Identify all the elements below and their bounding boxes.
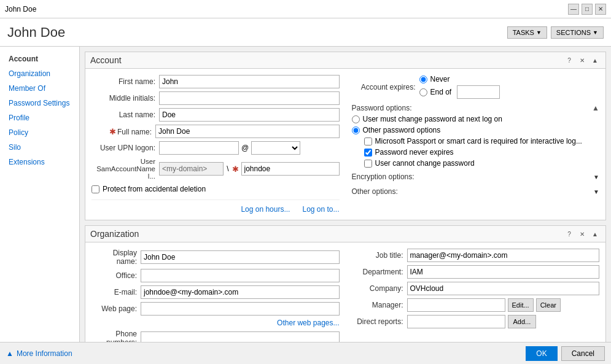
passport-checkbox[interactable]	[364, 137, 372, 145]
department-input[interactable]	[407, 265, 600, 279]
org-form-grid: Display name: Office: E-mail: Web p	[91, 249, 599, 342]
office-input[interactable]	[141, 269, 340, 282]
job-title-label: Job title:	[352, 251, 407, 260]
org-section-controls: ? ✕ ▲	[564, 228, 601, 239]
other-options-arrow: ▼	[593, 188, 599, 195]
more-info-button[interactable]: ▲ More Information	[6, 349, 72, 358]
content-area: Account ? ✕ ▲ First name:	[80, 47, 611, 342]
manager-row: Manager: Edit... Clear	[352, 298, 600, 312]
direct-reports-controls: Add...	[407, 315, 537, 328]
account-expires-row: Account expires: Never End of	[352, 75, 600, 99]
never-expires-checkbox[interactable]	[364, 149, 372, 157]
other-options-row[interactable]: Other options: ▼	[352, 186, 600, 197]
footer: ▲ More Information OK Cancel	[0, 342, 611, 364]
sections-button[interactable]: SECTIONS ▼	[551, 26, 604, 39]
direct-reports-input[interactable]	[407, 315, 505, 328]
phone-numbers-input[interactable]	[141, 331, 340, 342]
cancel-button[interactable]: Cancel	[561, 346, 605, 361]
account-left-col: First name: Middle initials: Last name:	[91, 75, 340, 214]
department-label: Department:	[352, 268, 407, 276]
other-options-label: Other options:	[352, 187, 398, 196]
sam-domain-input	[159, 162, 224, 176]
account-help-button[interactable]: ?	[564, 55, 575, 66]
more-info-arrow: ▲	[6, 349, 14, 358]
upn-username-input[interactable]	[159, 141, 239, 155]
email-input[interactable]	[141, 285, 340, 299]
account-close-button[interactable]: ✕	[577, 55, 588, 66]
full-name-input[interactable]	[155, 125, 340, 138]
log-on-to-link[interactable]: Log on to...	[302, 205, 339, 214]
first-name-input[interactable]	[159, 75, 340, 88]
account-expires-label: Account expires:	[352, 83, 419, 91]
end-date-input[interactable]	[457, 85, 500, 99]
direct-reports-add-button[interactable]: Add...	[508, 315, 537, 328]
upn-domain-select[interactable]	[251, 141, 300, 155]
other-pw-options-radio[interactable]	[352, 126, 360, 134]
sidebar-item-extensions[interactable]: Extensions	[0, 155, 79, 169]
account-collapse-button[interactable]: ▲	[590, 55, 601, 66]
sidebar-item-profile[interactable]: Profile	[0, 110, 79, 125]
other-pw-options-row: Other password options	[352, 126, 600, 134]
org-close-button[interactable]: ✕	[577, 228, 588, 239]
manager-edit-button[interactable]: Edit...	[508, 298, 534, 312]
full-name-required-star: ✱	[109, 127, 116, 136]
maximize-button[interactable]: □	[582, 4, 593, 15]
never-radio[interactable]	[419, 76, 427, 83]
upn-row: User UPN logon: @	[91, 141, 340, 155]
must-change-pw-row: User must change password at next log on	[352, 115, 600, 123]
log-on-hours-link[interactable]: Log on hours...	[241, 205, 290, 214]
display-name-input[interactable]	[141, 250, 340, 264]
web-page-input[interactable]	[141, 302, 340, 316]
sam-controls: \ ✱	[159, 162, 340, 176]
phone-numbers-row: Phone numbers:	[91, 330, 340, 342]
sam-username-input[interactable]	[241, 162, 340, 176]
org-section-title: Organization	[90, 229, 139, 239]
middle-initials-input[interactable]	[159, 91, 340, 105]
never-radio-row: Never	[419, 75, 500, 83]
first-name-row: First name:	[91, 75, 340, 88]
manager-input[interactable]	[407, 298, 505, 312]
job-title-input[interactable]	[407, 249, 600, 262]
web-page-label: Web page:	[91, 304, 141, 313]
email-row: E-mail:	[91, 285, 340, 299]
web-page-row: Web page:	[91, 302, 340, 316]
account-section-controls: ? ✕ ▲	[564, 55, 601, 66]
upn-label: User UPN logon:	[91, 144, 159, 152]
org-collapse-button[interactable]: ▲	[590, 228, 601, 239]
manager-controls: Edit... Clear	[407, 298, 561, 312]
tasks-dropdown-arrow: ▼	[536, 29, 542, 36]
sam-label: User SamAccountName l...	[91, 158, 159, 180]
other-pw-options-label: Other password options	[363, 126, 441, 134]
sidebar-item-silo[interactable]: Silo	[0, 140, 79, 155]
protect-checkbox[interactable]	[91, 185, 99, 193]
sam-row: User SamAccountName l... \ ✱	[91, 158, 340, 180]
company-row: Company:	[352, 282, 600, 295]
window-controls: — □ ✕	[568, 4, 606, 15]
cannot-change-checkbox[interactable]	[364, 160, 372, 168]
sidebar-item-organization[interactable]: Organization	[0, 66, 79, 81]
sidebar-item-account[interactable]: Account	[0, 52, 79, 66]
manager-clear-button[interactable]: Clear	[536, 298, 561, 312]
end-of-radio[interactable]	[419, 88, 427, 96]
sidebar-item-password-settings[interactable]: Password Settings	[0, 96, 79, 110]
account-expires-radio-group: Never End of	[419, 75, 500, 99]
org-section-header: Organization ? ✕ ▲	[85, 226, 605, 242]
close-button[interactable]: ✕	[595, 4, 606, 15]
ok-button[interactable]: OK	[526, 346, 557, 361]
pw-collapse-button[interactable]: ▲	[592, 104, 599, 112]
last-name-input[interactable]	[159, 108, 340, 122]
backslash: \	[227, 165, 228, 173]
organization-section: Organization ? ✕ ▲ Display name:	[85, 225, 606, 342]
header-buttons: TASKS ▼ SECTIONS ▼	[507, 26, 604, 39]
encryption-options-row[interactable]: Encryption options: ▼	[352, 171, 600, 182]
other-web-pages-link[interactable]: Other web pages...	[277, 319, 339, 327]
sidebar-item-member-of[interactable]: Member Of	[0, 81, 79, 96]
org-help-button[interactable]: ?	[564, 228, 575, 239]
org-right-col: Job title: Department: Company: Man	[352, 249, 600, 342]
company-input[interactable]	[407, 282, 600, 295]
minimize-button[interactable]: —	[568, 4, 579, 15]
email-label: E-mail:	[91, 288, 141, 296]
must-change-pw-radio[interactable]	[352, 115, 360, 123]
sidebar-item-policy[interactable]: Policy	[0, 125, 79, 140]
tasks-button[interactable]: TASKS ▼	[507, 26, 547, 39]
